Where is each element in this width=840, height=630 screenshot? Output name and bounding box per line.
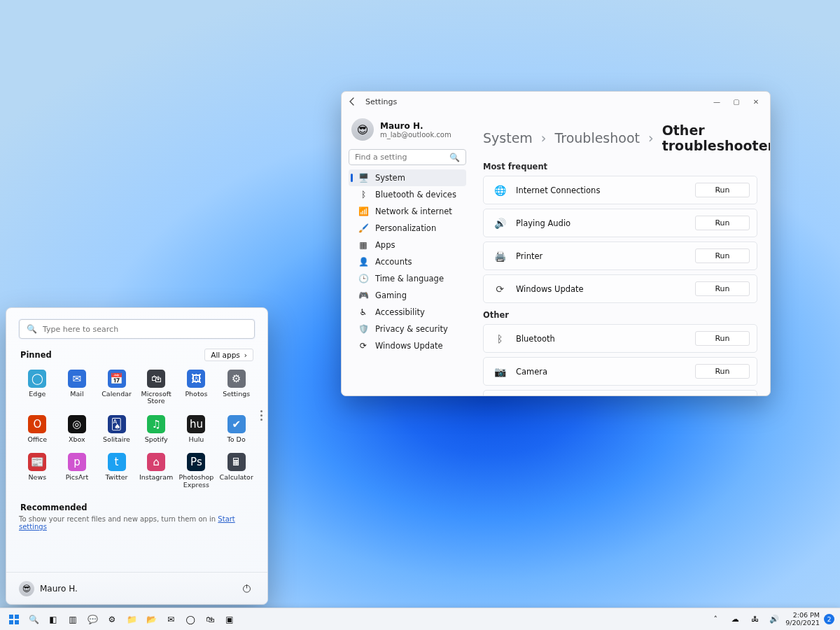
- troubleshooter-name: Bluetooth: [516, 334, 555, 344]
- app-twitter[interactable]: t Twitter: [98, 450, 135, 491]
- settings-content: System › Troubleshoot › Other troublesho…: [473, 111, 770, 396]
- widgets-button[interactable]: ▥: [64, 611, 81, 628]
- app-calculator[interactable]: 🖩 Calculator: [218, 450, 255, 491]
- app-office[interactable]: O Office: [19, 412, 56, 446]
- taskview-button[interactable]: ◧: [45, 611, 62, 628]
- run-button[interactable]: Run: [695, 216, 750, 230]
- sidebar-user[interactable]: 😎 Mauro H. m_lab@outlook.com: [349, 113, 466, 145]
- edge-taskbar-button[interactable]: ◯: [182, 611, 199, 628]
- start-user-button[interactable]: 😎 Mauro H.: [19, 581, 78, 596]
- app-microsoft-store[interactable]: 🛍 Microsoft Store: [138, 367, 175, 408]
- avatar: 😎: [19, 581, 34, 596]
- systray: ˄☁🖧🔊: [707, 611, 783, 628]
- sidebar-item-label: Time & language: [375, 274, 444, 284]
- explorer2-button[interactable]: 📂: [143, 611, 160, 628]
- app-icon: ⌂: [147, 453, 165, 471]
- clock-date: 9/20/2021: [785, 620, 820, 626]
- onedrive-icon[interactable]: ☁: [727, 611, 743, 628]
- app-icon: t: [108, 453, 126, 471]
- run-button[interactable]: Run: [695, 364, 750, 379]
- app-photos[interactable]: 🖼 Photos: [177, 367, 215, 408]
- bluetooth-icon: ᛒ: [493, 332, 506, 345]
- search-button[interactable]: 🔍: [25, 611, 42, 628]
- crumb-troubleshoot[interactable]: Troubleshoot: [554, 130, 640, 146]
- start-menu: 🔍 Pinned All apps › ◯ Edge✉ Mail📅 Calend…: [6, 307, 268, 605]
- app-news[interactable]: 📰 News: [19, 450, 56, 491]
- sidebar-item-system[interactable]: 🖥️ System: [349, 169, 466, 186]
- sidebar-item-gaming[interactable]: 🎮 Gaming: [349, 287, 466, 304]
- sidebar-item-accounts[interactable]: 👤 Accounts: [349, 253, 466, 270]
- app-label: Calendar: [102, 391, 132, 398]
- app-to-do[interactable]: ✔ To Do: [218, 412, 255, 446]
- run-button[interactable]: Run: [695, 183, 750, 197]
- crumb-system[interactable]: System: [483, 130, 533, 146]
- network-tray-icon[interactable]: 🖧: [746, 611, 763, 628]
- sidebar-item-windows-update[interactable]: ⟳ Windows Update: [349, 337, 466, 354]
- app-spotify[interactable]: ♫ Spotify: [138, 412, 175, 446]
- app-label: Hulu: [189, 436, 204, 443]
- volume-tray-icon[interactable]: 🔊: [766, 611, 783, 628]
- explorer-button[interactable]: 📁: [123, 611, 140, 628]
- troubleshooter-connection-to-a-workplace-using-directaccess: 📱 Connection to a Workplace Using Direct…: [483, 390, 757, 396]
- maximize-button[interactable]: ▢: [727, 94, 746, 109]
- settings-button[interactable]: ⚙: [104, 611, 120, 628]
- store-taskbar-button[interactable]: 🛍: [202, 611, 218, 628]
- taskbar-clock[interactable]: 2:06 PM 9/20/2021: [785, 612, 820, 626]
- app-xbox[interactable]: ◎ Xbox: [59, 412, 96, 446]
- troubleshooter-name: Windows Update: [516, 284, 584, 294]
- avatar: 😎: [351, 118, 374, 141]
- app-label: Microsoft Store: [139, 391, 174, 405]
- sidebar-item-network-internet[interactable]: 📶 Network & internet: [349, 203, 466, 220]
- printer-icon: 🖨️: [493, 250, 506, 262]
- mail-taskbar-button[interactable]: ✉: [162, 611, 179, 628]
- app-label: Calculator: [220, 474, 253, 481]
- app-icon: ◎: [68, 415, 86, 433]
- all-apps-button[interactable]: All apps ›: [204, 349, 253, 361]
- app-hulu[interactable]: hu Hulu: [177, 412, 215, 446]
- app-instagram[interactable]: ⌂ Instagram: [138, 450, 175, 491]
- sidebar-item-privacy-security[interactable]: 🛡️ Privacy & security: [349, 321, 466, 337]
- minimize-button[interactable]: —: [707, 94, 727, 109]
- app-mail[interactable]: ✉ Mail: [59, 367, 96, 408]
- app-edge[interactable]: ◯ Edge: [19, 367, 56, 408]
- tray-overflow-icon[interactable]: ˄: [707, 611, 724, 628]
- notification-badge[interactable]: 2: [824, 614, 834, 624]
- terminal-button[interactable]: ▣: [221, 611, 238, 628]
- recommended-text-prefix: To show your recent files and new apps, …: [19, 515, 218, 523]
- most-frequent-list: 🌐 Internet Connections Run 🔊 Playing Aud…: [483, 176, 757, 303]
- app-settings[interactable]: ⚙ Settings: [218, 367, 255, 408]
- run-button[interactable]: Run: [695, 248, 750, 263]
- find-setting[interactable]: 🔍: [349, 149, 466, 165]
- start-search-input[interactable]: [43, 325, 247, 334]
- app-icon: 🛍: [147, 370, 165, 388]
- troubleshooter-windows-update: ⟳ Windows Update Run: [483, 274, 757, 303]
- sidebar-item-label: Network & internet: [375, 206, 452, 216]
- sidebar-item-time-language[interactable]: 🕒 Time & language: [349, 270, 466, 287]
- sidebar-item-personalization[interactable]: 🖌️ Personalization: [349, 220, 466, 237]
- sidebar-item-apps[interactable]: ▦ Apps: [349, 237, 466, 253]
- app-solitaire[interactable]: 🂡 Solitaire: [98, 412, 135, 446]
- run-button[interactable]: Run: [695, 331, 750, 346]
- start-search[interactable]: 🔍: [19, 319, 255, 339]
- sidebar-item-bluetooth-devices[interactable]: ᛒ Bluetooth & devices: [349, 186, 466, 203]
- troubleshooter-playing-audio: 🔊 Playing Audio Run: [483, 209, 757, 237]
- sidebar-item-label: Accessibility: [375, 307, 425, 317]
- power-button[interactable]: [238, 580, 255, 597]
- find-setting-input[interactable]: [355, 153, 445, 162]
- settings-nav: 🖥️ Systemᛒ Bluetooth & devices📶 Network …: [349, 169, 466, 354]
- globe-hand-icon: 🌐: [493, 184, 506, 197]
- close-button[interactable]: ✕: [746, 94, 766, 109]
- app-picsart[interactable]: p PicsArt: [59, 450, 96, 491]
- app-photoshop-express[interactable]: Ps Photoshop Express: [177, 450, 215, 491]
- pinned-more-button[interactable]: [258, 410, 265, 421]
- sidebar-item-accessibility[interactable]: ♿ Accessibility: [349, 304, 466, 321]
- back-button[interactable]: [346, 95, 358, 108]
- start-button[interactable]: [6, 611, 22, 628]
- taskbar-left: 🔍◧▥💬⚙📁📂✉◯🛍▣: [6, 611, 238, 628]
- troubleshooter-name: Internet Connections: [516, 186, 600, 195]
- app-calendar[interactable]: 📅 Calendar: [98, 367, 135, 408]
- chat-button[interactable]: 💬: [84, 611, 101, 628]
- recommended-text: To show your recent files and new apps, …: [19, 515, 255, 531]
- section-most-frequent: Most frequent: [483, 162, 757, 172]
- run-button[interactable]: Run: [695, 281, 750, 296]
